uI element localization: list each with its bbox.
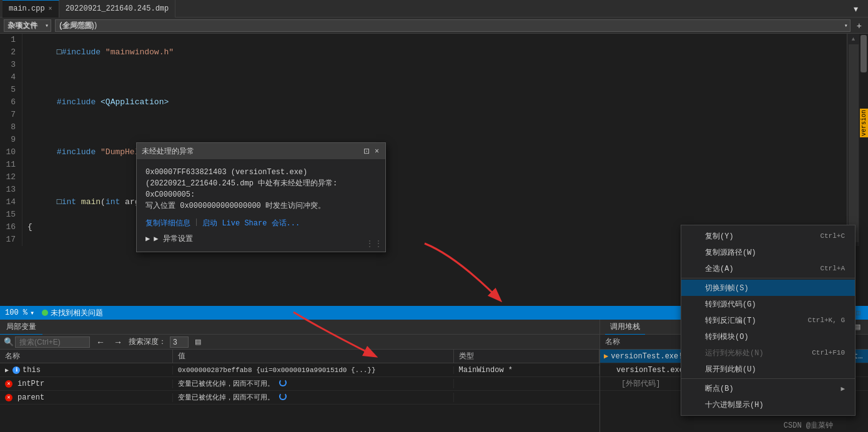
file-dropdown[interactable]: 杂项文件 (4, 19, 51, 32)
dialog-expand[interactable]: ▶ ▶ 异常设置 (145, 233, 377, 244)
depth-label: 搜索深度： (129, 336, 166, 347)
watermark: CSDN @韭菜钟 (780, 419, 837, 432)
problem-label: 未找到相关问题 (51, 308, 103, 318)
dropdown-arrow-btn[interactable]: ▾ (851, 4, 861, 14)
dialog-link-copy[interactable]: 复制详细信息 (145, 218, 190, 228)
col-type: 类型 (454, 350, 599, 363)
menu-copy-path[interactable]: 复制源路径(W) (681, 244, 855, 260)
expand-arrow: ▶ (145, 234, 150, 243)
parent-error-icon: ✕ (5, 394, 12, 401)
dialog-msg-1: 0x00007FF633821403 (versionTest.exe) (145, 167, 377, 178)
this-info-icon: ℹ (12, 366, 20, 374)
zoom-control[interactable]: 100 % ▾ (5, 308, 34, 318)
add-btn[interactable]: + (854, 21, 864, 31)
menu-breakpoint[interactable]: 断点(B) ▶ (681, 380, 855, 396)
var-name-parent: ✕ parent (0, 393, 173, 402)
scope-dropdown-wrapper: (全局范围) (全局范围) (55, 19, 851, 32)
file-toolbar: 杂项文件 杂项文件 (全局范围) (全局范围) + (0, 17, 868, 34)
menu-divider-1 (681, 278, 855, 278)
zoom-value: 100 % (5, 308, 27, 317)
dialog-link-share[interactable]: 启动 Live Share 会话... (202, 218, 300, 228)
col-value: 值 (173, 350, 454, 363)
file-dropdown-wrapper: 杂项文件 杂项文件 (4, 19, 51, 32)
dialog-message: 0x00007FF633821403 (versionTest.exe) (20… (145, 167, 377, 212)
menu-expand-frame[interactable]: 展开到此帧(U) (681, 361, 855, 377)
menu-copy[interactable]: 复制(Y) Ctrl+C (681, 228, 855, 244)
menu-goto-module[interactable]: 转到模块(O) (681, 328, 855, 345)
minimap-label: ▲ (851, 36, 857, 42)
line-numbers: 1 2 3 4 5 6 7 8 9 10 11 12 13 14 15 16 1… (0, 34, 22, 246)
problem-indicator: 未找到相关问题 (42, 308, 103, 318)
menu-hex-display[interactable]: 十六进制显示(H) (681, 396, 855, 413)
dialog-msg-3: 写入位置 0x0000000000000000 时发生访问冲突。 (145, 200, 377, 212)
variables-panel: 局部变量 🔍 ← → 搜索深度： ▤ 名称 值 类型 (0, 320, 599, 432)
var-row-parent[interactable]: ✕ parent 变量已被优化掉，因而不可用。 (0, 391, 599, 405)
this-expand-icon[interactable]: ▶ (5, 366, 9, 374)
menu-goto-asm[interactable]: 转到反汇编(T) Ctrl+K, G (681, 312, 855, 328)
menu-divider-2 (681, 378, 855, 379)
var-row-intptr[interactable]: ✕ intPtr 变量已被优化掉，因而不可用。 (0, 377, 599, 391)
code-line-4 (27, 121, 863, 134)
tab-dmp-label: 20220921_221640.245.dmp (66, 4, 169, 13)
exception-dialog: 未经处理的异常 ⊡ × 0x00007FF633821403 (versionT… (136, 142, 386, 252)
local-vars-tab[interactable]: 局部变量 (0, 320, 42, 335)
version-label: version (860, 109, 868, 137)
var-name-this: ▶ ℹ this (0, 366, 173, 375)
green-dot-icon (42, 310, 48, 316)
menu-run-to-cursor: 运行到光标处(N) Ctrl+F10 (681, 345, 855, 361)
menu-switch-frame[interactable]: 切换到帧(S) (681, 280, 855, 296)
red-arrow-1 (406, 237, 531, 312)
editor-area: 1 2 3 4 5 6 7 8 9 10 11 12 13 14 15 16 1… (0, 34, 868, 246)
minimap-content (849, 44, 859, 242)
menu-goto-source[interactable]: 转到源代码(G) (681, 296, 855, 312)
callstack-tab[interactable]: 调用堆栈 (605, 320, 645, 335)
nav-back-btn[interactable]: ← (94, 337, 107, 347)
variables-tab-bar: 局部变量 (0, 320, 599, 335)
var-row-this[interactable]: ▶ ℹ this 0x000000287beffab8 {ui=0x000001… (0, 363, 599, 377)
code-line-2 (27, 71, 863, 84)
code-line-1: □#include "mainwindow.h" (27, 34, 863, 71)
vars-toolbar: 🔍 ← → 搜索深度： ▤ (0, 335, 599, 350)
menu-select-all[interactable]: 全选(A) Ctrl+A (681, 260, 855, 277)
code-line-3: #include <QApplication> (27, 84, 863, 121)
dialog-resize-handle[interactable]: ⋮⋮ (365, 238, 383, 249)
nav-fwd-btn[interactable]: → (111, 337, 125, 347)
tab-dmp[interactable]: 20220921_221640.245.dmp (59, 0, 176, 17)
dialog-link-sep: | (194, 218, 199, 228)
minimap-panel: ▲ (847, 34, 859, 246)
dialog-title: 未经处理的异常 (142, 146, 194, 157)
expand-label: ▶ 异常设置 (154, 233, 192, 244)
intptr-error-icon: ✕ (5, 380, 12, 388)
callstack-frame-2: [外部代码] (616, 377, 665, 390)
scrollbar-thumb[interactable] (861, 35, 867, 72)
var-value-parent: 变量已被优化掉，因而不可用。 (173, 393, 454, 402)
callstack-col-name: 名称 (605, 336, 620, 347)
var-value-this: 0x000000287beffab8 {ui=0x0000019a990151d… (173, 366, 454, 374)
var-value-intptr: 变量已被优化掉，因而不可用。 (173, 379, 454, 388)
dialog-titlebar: 未经处理的异常 ⊡ × (137, 143, 385, 159)
zoom-arrow: ▾ (30, 308, 34, 318)
intptr-refresh-icon (279, 379, 287, 388)
var-name-intptr: ✕ intPtr (0, 380, 173, 388)
dialog-pin-btn[interactable]: ⊡ (362, 147, 371, 155)
depth-input[interactable] (170, 336, 189, 348)
scope-dropdown[interactable]: (全局范围) (55, 19, 851, 32)
dialog-close-btn[interactable]: × (373, 147, 380, 155)
dialog-links: 复制详细信息 | 启动 Live Share 会话... (145, 218, 377, 228)
search-wrapper: 🔍 (4, 336, 90, 348)
callstack-arrow-0: ▶ (604, 351, 608, 361)
search-icon: 🔍 (4, 337, 14, 347)
dialog-body: 0x00007FF633821403 (versionTest.exe) (20… (137, 159, 385, 252)
tab-main-cpp-label: main.cpp (9, 4, 45, 13)
tab-bar: main.cpp × 20220921_221640.245.dmp ▾ (0, 0, 868, 17)
tab-main-cpp[interactable]: main.cpp × (2, 0, 59, 17)
dialog-msg-2: (20220921_221640.245.dmp 中处有未经处理的异常: 0xC… (145, 178, 377, 200)
editor-scrollbar[interactable] (859, 34, 868, 246)
variables-header: 名称 值 类型 (0, 350, 599, 363)
context-menu: 复制(Y) Ctrl+C 复制源路径(W) 全选(A) Ctrl+A 切换到帧(… (681, 225, 856, 416)
filter-btn[interactable]: ▤ (192, 338, 204, 346)
tab-main-cpp-close[interactable]: × (49, 6, 52, 12)
search-input[interactable] (15, 336, 90, 348)
col-name: 名称 (0, 350, 173, 363)
parent-refresh-icon (279, 393, 287, 402)
